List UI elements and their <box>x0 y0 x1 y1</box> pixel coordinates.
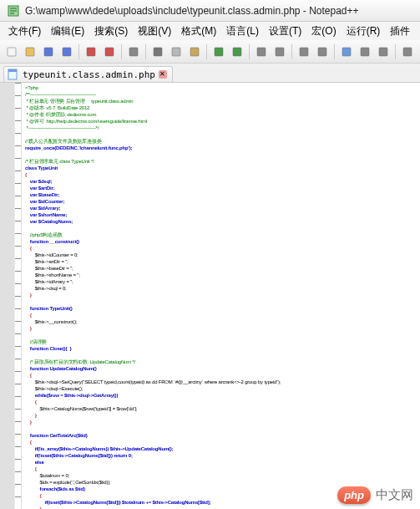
svg-rect-20 <box>403 48 412 56</box>
code-line <box>25 151 417 158</box>
code-line: } <box>25 506 417 509</box>
show-all-icon[interactable] <box>375 43 392 60</box>
code-line: } <box>25 412 417 419</box>
copy-icon[interactable] <box>168 43 185 60</box>
menu-9[interactable]: 插件 <box>385 23 415 40</box>
code-line: var $artDir; <box>25 185 417 191</box>
code-line: else <box>25 459 417 466</box>
open-icon[interactable] <box>22 43 38 60</box>
code-line: } <box>25 292 417 298</box>
code-line: class TypeUnit <box>25 165 417 171</box>
code-line: { <box>25 439 417 445</box>
zoom-in-icon[interactable] <box>296 43 312 60</box>
code-line: // 载入公共配置文件及数据库连接类 <box>25 138 417 145</box>
menu-5[interactable]: 语言(L) <box>221 23 264 40</box>
new-icon[interactable] <box>3 43 20 60</box>
svg-rect-15 <box>300 48 308 56</box>
close-icon[interactable] <box>83 43 99 60</box>
menu-1[interactable]: 编辑(E) <box>46 23 89 40</box>
code-line: if(!isset($this->CatalogNums[$tid])) ret… <box>25 452 417 459</box>
zoom-out-icon[interactable] <box>314 43 331 60</box>
code-line: function GetTotalArc($tid) <box>25 432 417 439</box>
code-line: var $dsql; <box>25 178 417 185</box>
code-line: $this->dsql->SetQuery("SELECT typeid,cou… <box>25 379 417 385</box>
code-line: //清理类 <box>25 338 417 345</box>
fold-gutter[interactable] <box>15 83 22 509</box>
code-line: /* 栏目管理单元 class TypeUnit */ <box>25 158 417 165</box>
code-line: { <box>25 466 417 472</box>
indent-icon[interactable] <box>399 43 416 60</box>
menu-bar: 文件(F)编辑(E)搜索(S)视图(V)格式(M)语言(L)设置(T)宏(O)运… <box>0 22 420 40</box>
code-line: function UpdateCatalogNum() <box>25 365 417 372</box>
svg-rect-1 <box>8 48 16 56</box>
menu-6[interactable]: 设置(T) <box>264 23 306 40</box>
code-area[interactable]: <?php/**--------------------------------… <box>22 83 420 509</box>
toolbar-separator <box>145 44 146 59</box>
code-line: $this->CatalogNums[$row['typeid']] = $ro… <box>25 405 417 412</box>
code-line: $ids = explode(',',GetSonIds($tid)); <box>25 479 417 486</box>
paste-icon[interactable] <box>186 43 203 60</box>
code-line: { <box>25 171 417 178</box>
file-tab[interactable]: typeunit.class.admin.php ✕ <box>3 66 173 82</box>
code-line: $this->dsql = 0; <box>25 285 417 292</box>
sync-icon[interactable] <box>338 43 355 60</box>
save-all-icon[interactable] <box>58 43 75 60</box>
replace-icon[interactable] <box>271 43 288 60</box>
code-line: if(!is_array($this->CatalogNums)) $this-… <box>25 445 417 452</box>
svg-rect-11 <box>215 48 223 56</box>
tab-close-icon[interactable]: ✕ <box>159 70 167 79</box>
code-line: $this->idCounter = 0; <box>25 252 417 258</box>
toolbar-separator <box>291 44 292 59</box>
wrap-icon[interactable] <box>357 43 373 60</box>
save-icon[interactable] <box>40 43 57 60</box>
cut-icon[interactable] <box>149 43 166 60</box>
code-line: } <box>25 419 417 425</box>
menu-8[interactable]: 运行(R) <box>342 23 386 40</box>
bookmark-gutter <box>0 83 15 509</box>
toolbar-separator <box>395 44 396 59</box>
code-line: { <box>25 399 417 405</box>
code-line: var $idCounter; <box>25 198 417 205</box>
menu-3[interactable]: 视图(V) <box>133 23 176 40</box>
svg-rect-3 <box>44 48 53 56</box>
code-line: <?php <box>25 84 417 91</box>
menu-4[interactable]: 格式(M) <box>176 23 221 40</box>
code-line: /* 获取所有栏目的文档ID数 UpdateCatalogNum */ <box>25 359 417 365</box>
code-line <box>25 332 417 338</box>
find-icon[interactable] <box>253 43 270 60</box>
code-line: * @许可 http://help.dedecms.com/usersguide… <box>25 118 417 125</box>
code-line <box>25 352 417 359</box>
svg-rect-12 <box>233 48 241 56</box>
svg-rect-5 <box>87 48 95 56</box>
code-line: $this->shortName = ''; <box>25 272 417 278</box>
code-line: * @作者 织梦团队 dedecms.com <box>25 111 417 118</box>
svg-rect-29 <box>8 69 17 72</box>
svg-rect-19 <box>379 48 387 56</box>
svg-rect-13 <box>257 48 266 56</box>
print-icon[interactable] <box>125 43 142 60</box>
code-line: function __construct() <box>25 238 417 245</box>
menu-0[interactable]: 文件(F) <box>3 23 46 40</box>
svg-rect-17 <box>342 48 351 56</box>
code-line: * @版本 v5.7 BuildDate 2012 <box>25 104 417 111</box>
svg-rect-9 <box>172 48 180 56</box>
code-line: $this->idArrary = ''; <box>25 278 417 285</box>
php-badge: php <box>337 486 371 504</box>
svg-rect-10 <box>190 48 199 56</box>
code-line <box>25 225 417 232</box>
code-line: var $CatalogNums; <box>25 218 417 225</box>
tab-filename: typeunit.class.admin.php <box>23 69 155 80</box>
undo-icon[interactable] <box>210 43 227 60</box>
close-all-icon[interactable] <box>101 43 118 60</box>
redo-icon[interactable] <box>229 43 245 60</box>
menu-7[interactable]: 宏(O) <box>306 23 341 40</box>
editor[interactable]: <?php/**--------------------------------… <box>0 82 420 509</box>
app-icon <box>7 4 20 18</box>
svg-rect-4 <box>63 48 71 56</box>
code-line: $this->artDir = ''; <box>25 258 417 265</box>
menu-2[interactable]: 搜索(S) <box>89 23 133 40</box>
toolbar <box>0 40 420 64</box>
code-line: * 栏目单元 管理类 后台管理 typeunit.class.admin <box>25 98 417 104</box>
toolbar-separator <box>121 44 122 59</box>
code-line: while($row = $this->dsql->GetArray()) <box>25 392 417 399</box>
